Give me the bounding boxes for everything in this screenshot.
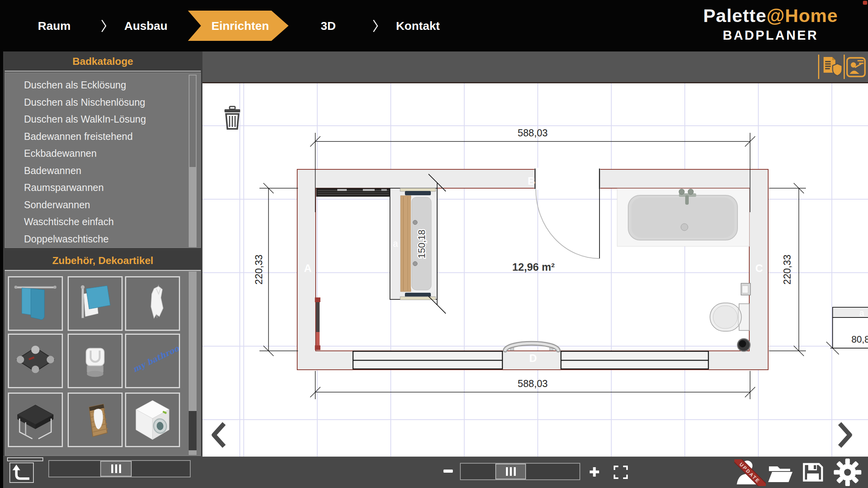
privacy-document-button[interactable] [820, 54, 842, 80]
stool-icon [9, 394, 62, 446]
canvas-top-strip [202, 51, 868, 83]
side-object-dimension-label: 80,8 [851, 334, 868, 345]
zoom-in-button[interactable] [589, 466, 600, 479]
slider-grip-icon [119, 464, 121, 473]
door-swing-arc [536, 189, 600, 259]
zoom-slider-handle[interactable] [495, 464, 526, 479]
undo-button[interactable] [9, 462, 34, 483]
washing-machine-icon [126, 394, 179, 446]
presenter-icon [845, 54, 867, 80]
side-object-label: a [859, 308, 864, 318]
catalog-item[interactable]: Duschen als Ecklösung [24, 77, 200, 94]
next-page-button[interactable] [837, 421, 855, 450]
plus-icon [589, 466, 600, 477]
vanity-label: a [393, 238, 398, 249]
strip-separator [818, 55, 819, 79]
update-user-icon: UPDATE [734, 459, 766, 486]
dim-left-label: 220,33 [253, 255, 264, 284]
bottom-radiator-left[interactable] [353, 351, 502, 369]
bathtub[interactable] [617, 189, 749, 246]
decal-text: my bathroom [131, 340, 179, 374]
tile-towel-rail-double[interactable] [8, 276, 63, 331]
towel-rail-double-towels-icon [9, 277, 62, 330]
slider-grip-icon [115, 464, 117, 473]
save-project-button[interactable] [802, 461, 824, 485]
undo-arrow-icon [12, 464, 31, 482]
open-project-button[interactable] [767, 462, 793, 485]
nav-step-3d[interactable]: 3D [321, 0, 336, 51]
vanity-dimension-label: 150,18 [416, 229, 427, 258]
towel-bar[interactable] [505, 343, 558, 350]
dim-right-label: 220,33 [782, 255, 793, 284]
bottom-radiator-right[interactable] [561, 351, 708, 369]
sidebar-bottom-bar [3, 456, 202, 488]
fit-view-button[interactable] [613, 465, 628, 481]
tile-washing-machine[interactable] [125, 393, 180, 447]
tile-bathrobe[interactable] [125, 276, 180, 331]
catalog-item[interactable]: Raumsparwannen [24, 179, 200, 196]
tile-towel-rail-blue[interactable] [68, 276, 123, 331]
toilet-paper-holder[interactable] [741, 283, 750, 295]
save-floppy-icon [802, 461, 824, 484]
trash-icon [222, 106, 243, 131]
catalog-list-panel: Duschen als Ecklösung Duschen als Nische… [5, 72, 201, 248]
tile-laundry-basket[interactable] [68, 393, 123, 447]
wall-grille[interactable] [316, 188, 390, 196]
settings-button[interactable] [833, 458, 862, 488]
zoom-out-button[interactable] [443, 470, 453, 473]
vanity-selected[interactable]: a [390, 188, 437, 300]
dim-top-label: 588,03 [518, 127, 548, 138]
wall-letter-d: D [529, 352, 537, 364]
slider-grip-icon [111, 464, 113, 473]
laundry-basket-towel-icon [69, 394, 121, 446]
delete-dropzone[interactable] [222, 106, 243, 132]
catalog-item[interactable]: Waschtische einfach [24, 213, 200, 231]
open-folder-icon [767, 462, 793, 484]
plan-canvas[interactable]: a 150,18 [202, 51, 868, 488]
update-button[interactable]: UPDATE [734, 459, 766, 488]
wall-letter-b: B [528, 175, 535, 187]
catalog-item[interactable]: Duschen als Nischenlösung [24, 94, 200, 111]
toilet-brush-bin[interactable] [737, 339, 750, 351]
logo-subtitle: BADPLANER [688, 28, 853, 43]
nav-step-kontakt[interactable]: Kontakt [396, 0, 440, 51]
chevron-separator-icon [372, 19, 379, 33]
logo-wordmark: Palette@Home [688, 5, 853, 26]
nav-step-ausbau[interactable]: Ausbau [124, 0, 167, 51]
tile-spare-roll-holder[interactable] [68, 334, 123, 388]
slider-grip-icon [506, 467, 508, 476]
catalog-item[interactable]: Badewannen freistehend [24, 128, 200, 145]
bathrobe-hook-icon [126, 277, 179, 330]
tile-bathroom-scale[interactable] [8, 334, 63, 388]
catalog-item[interactable]: Sonderwannen [24, 196, 200, 214]
tutorial-button[interactable] [845, 54, 867, 80]
sidebar-resize-handle[interactable] [7, 457, 43, 461]
tile-stool[interactable] [8, 393, 63, 447]
catalog-item[interactable]: Duschen als WalkIn-Lösung [24, 111, 200, 128]
catalog-scrollbar-thumb[interactable] [189, 167, 197, 247]
canvas-toolbar: UPDATE [202, 457, 868, 488]
catalog-item[interactable]: Badewannen [24, 162, 200, 180]
bathroom-scale-icon [9, 335, 62, 387]
nav-step-einrichten-active[interactable]: Einrichten [188, 11, 289, 41]
catalog-item[interactable]: Eckbadewannen [24, 145, 200, 162]
corner-notification-dot [863, 1, 867, 5]
catalog-item[interactable]: Doppelwaschtische [24, 231, 200, 248]
wall-letter-c: C [755, 262, 763, 274]
accessories-header: Zubehör, Dekoartikel [5, 251, 201, 271]
catalog-header: Badkataloge [5, 52, 201, 72]
catalog-sidebar: Badkataloge Duschen als Ecklösung Dusche… [3, 51, 202, 488]
tile-wall-decal[interactable]: my bathroom [125, 334, 180, 388]
door[interactable] [534, 168, 600, 259]
chevron-right-icon [837, 421, 855, 449]
toilet[interactable] [710, 303, 749, 331]
sidebar-slider-handle[interactable] [100, 461, 132, 477]
accessories-scrollbar-thumb[interactable] [189, 411, 197, 450]
room-area-label: 12,96 m² [512, 261, 555, 273]
nav-step-raum[interactable]: Raum [38, 0, 70, 51]
prev-page-button[interactable] [209, 421, 227, 450]
wall-decal-script-icon: my bathroom [126, 335, 179, 387]
chevron-left-icon [209, 421, 227, 449]
wall-letter-a: A [304, 262, 312, 274]
slider-grip-icon [514, 467, 516, 476]
